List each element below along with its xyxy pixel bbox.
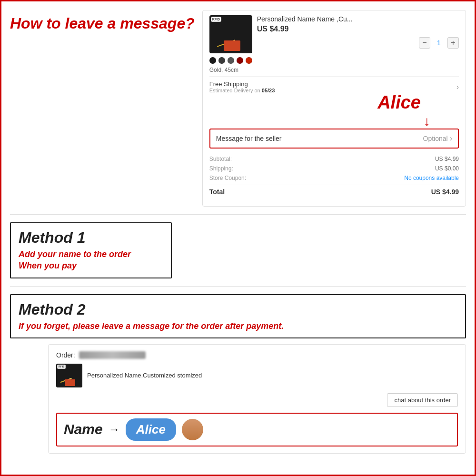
order-card-peek: [65, 379, 75, 386]
message-seller-row[interactable]: Message for the seller Optional ›: [209, 129, 459, 149]
order-product-image: RFID: [56, 364, 82, 387]
message-seller-text: Message for the seller: [216, 135, 282, 142]
section-divider-2: [10, 286, 466, 287]
coupon-label: Store Coupon:: [209, 175, 246, 181]
shipping-chevron-icon[interactable]: ›: [456, 83, 459, 91]
shipping-cost-row: Shipping: US $0.00: [209, 164, 459, 173]
product-info: Personalized Name Name ,Cu... US $4.99 −…: [257, 15, 459, 49]
quantity-value: 1: [434, 39, 444, 47]
shipping-info: Free Shipping Estimated Delivery on 05/2…: [209, 80, 275, 93]
product-image: RFID: [209, 15, 252, 53]
avatar: [182, 419, 203, 440]
message-chevron-icon[interactable]: ›: [450, 134, 452, 143]
order-product-title: Personalized Name,Customized stomized: [87, 372, 202, 379]
quantity-increase-button[interactable]: +: [447, 37, 459, 49]
chat-btn-row: chat about this order: [56, 393, 458, 407]
color-dot-2[interactable]: [218, 57, 225, 64]
optional-label: Optional: [423, 135, 448, 142]
order-label: Order:: [56, 351, 75, 359]
name-alice-row: Name → Alice: [56, 413, 458, 446]
alice-bubble: Alice: [126, 418, 176, 441]
name-label: Name: [64, 421, 103, 437]
color-dot-1[interactable]: [209, 57, 216, 64]
delivery-text: Estimated Delivery on 05/23: [209, 88, 275, 93]
coupon-row: Store Coupon: No coupons available: [209, 173, 459, 183]
product-image-area: RFID: [209, 15, 252, 53]
top-section: How to leave a message? RFID Personalize…: [10, 10, 466, 207]
total-value: US $4.99: [431, 188, 459, 196]
how-to-title: How to leave a message?: [10, 10, 195, 32]
shipping-cost-label: Shipping:: [209, 165, 233, 172]
method1-desc: Add your name to the order When you pay: [19, 248, 163, 272]
quantity-row: − 1 +: [257, 37, 459, 49]
card-peek: [224, 40, 240, 51]
section-divider-1: [10, 214, 466, 215]
product-card: RFID Personalized Name Name ,Cu... US $4…: [202, 10, 466, 207]
alice-annotation: Alice ↓: [209, 97, 459, 126]
quantity-decrease-button[interactable]: −: [419, 37, 430, 49]
product-price: US $4.99: [257, 25, 459, 33]
order-product-row: RFID Personalized Name,Customized stomiz…: [56, 364, 458, 387]
alice-arrow-icon: ↓: [424, 114, 430, 129]
color-dot-4[interactable]: [237, 57, 243, 64]
variant-label: Gold, 45cm: [209, 67, 459, 73]
total-label: Total: [209, 188, 225, 196]
method2-box: Method 2 If you forget, please leave a m…: [10, 294, 466, 338]
shipping-label: Free Shipping: [209, 80, 275, 88]
name-arrow-icon: →: [109, 423, 120, 436]
total-row: Total US $4.99: [209, 185, 459, 198]
shipping-row: Free Shipping Estimated Delivery on 05/2…: [209, 76, 459, 97]
color-dot-5[interactable]: [246, 57, 252, 64]
pricing-section: Subtotal: US $4.99 Shipping: US $0.00 St…: [209, 151, 459, 201]
order-section: Order: RFID Personalized Name,Customized…: [48, 344, 466, 454]
color-dots: [209, 57, 459, 64]
order-rfid-badge: RFID: [57, 365, 66, 369]
method1-area: Method 1 Add your name to the order When…: [10, 222, 466, 278]
method1-title: Method 1: [19, 229, 163, 247]
subtotal-label: Subtotal:: [209, 156, 232, 162]
chat-button[interactable]: chat about this order: [387, 393, 458, 407]
rfid-badge: RFID: [211, 17, 221, 22]
main-container: How to leave a message? RFID Personalize…: [1, 1, 475, 475]
coupon-value: No coupons available: [404, 175, 459, 181]
delivery-date: 05/23: [262, 88, 275, 93]
avatar-face: [182, 419, 203, 440]
order-id-blurred: [79, 351, 146, 359]
subtotal-row: Subtotal: US $4.99: [209, 154, 459, 164]
alice-annotation-label: Alice: [377, 92, 421, 113]
subtotal-value: US $4.99: [435, 156, 459, 162]
shipping-cost-value: US $0.00: [435, 165, 459, 172]
product-header: RFID Personalized Name Name ,Cu... US $4…: [209, 15, 459, 53]
method2-title: Method 2: [19, 301, 457, 318]
method1-box: Method 1 Add your name to the order When…: [10, 222, 172, 278]
method2-area: Method 2 If you forget, please leave a m…: [10, 294, 466, 454]
product-title: Personalized Name Name ,Cu...: [257, 15, 459, 23]
order-header: Order:: [56, 351, 458, 359]
method2-desc: If you forget, please leave a message fo…: [19, 320, 457, 332]
color-dot-3[interactable]: [228, 57, 234, 64]
